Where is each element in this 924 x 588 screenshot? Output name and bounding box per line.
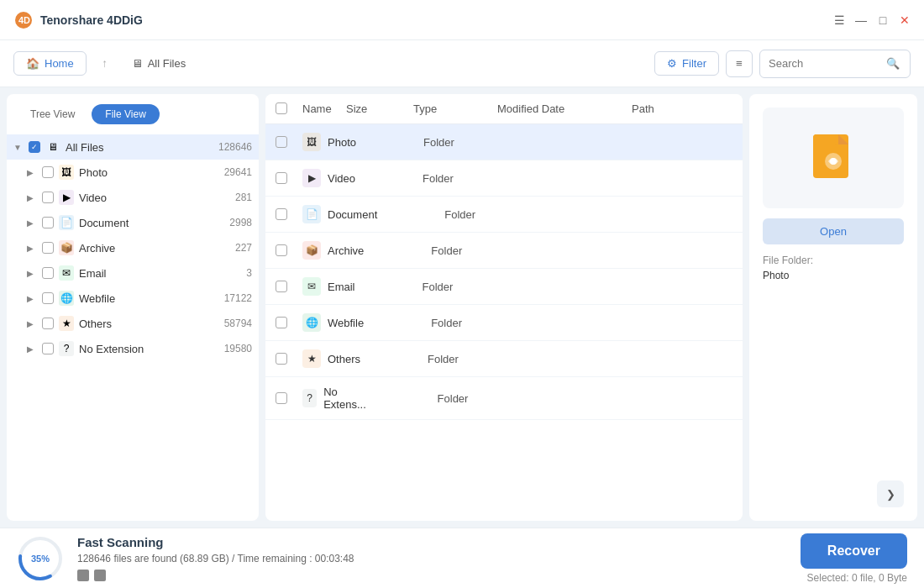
row-file-icon-7: ? — [302, 389, 317, 407]
row-checkbox-4[interactable] — [276, 281, 287, 292]
close-button[interactable]: ✕ — [899, 14, 911, 26]
item-checkbox-5[interactable] — [42, 292, 54, 304]
row-checkbox-2[interactable] — [276, 208, 287, 220]
sidebar-item-no-extension[interactable]: ▶ ? No Extension 19580 — [7, 336, 259, 361]
table-row[interactable]: 🖼 Photo Folder — [265, 124, 743, 160]
home-button[interactable]: 🏠 Home — [13, 51, 87, 76]
checkbox-header[interactable] — [276, 102, 302, 115]
item-checkbox-3[interactable] — [42, 242, 54, 254]
sidebar-item-email[interactable]: ▶ ✉ Email 3 — [7, 260, 259, 286]
item-count-6: 58794 — [224, 318, 252, 329]
file-name-3: 📦 Archive — [302, 241, 364, 260]
row-checkbox-3[interactable] — [276, 244, 287, 256]
maximize-button[interactable]: □ — [877, 14, 889, 26]
open-button[interactable]: Open — [763, 218, 904, 244]
progress-label: 35% — [31, 554, 50, 564]
sidebar-item-others[interactable]: ▶ ★ Others 58794 — [7, 311, 259, 336]
filter-button[interactable]: ⚙ Filter — [654, 51, 719, 76]
scan-stop-button[interactable] — [77, 570, 89, 581]
titlebar-controls: ☰ — □ ✕ — [833, 14, 911, 26]
item-icon-1: ▶ — [59, 190, 74, 205]
search-input[interactable] — [769, 57, 886, 70]
select-all-checkbox[interactable] — [276, 102, 287, 114]
name-column-header: Name — [302, 102, 346, 115]
preview-arrow: ❯ — [763, 480, 904, 507]
item-checkbox-7[interactable] — [42, 343, 54, 354]
scan-info: Fast Scanning 128646 files are found (68… — [77, 535, 787, 581]
chevron-right-icon: ▶ — [27, 168, 37, 177]
file-name-7: ? No Extens... — [302, 386, 370, 411]
file-name-4: ✉ Email — [302, 277, 355, 296]
item-checkbox-6[interactable] — [42, 318, 54, 329]
table-row[interactable]: ★ Others Folder — [265, 341, 743, 377]
table-row[interactable]: 🌐 Webfile Folder — [265, 305, 743, 341]
table-row[interactable]: ? No Extens... Folder — [265, 377, 743, 420]
item-label-7: No Extension — [79, 343, 219, 355]
item-checkbox-4[interactable] — [42, 267, 54, 279]
all-files-label: All Files — [148, 57, 186, 70]
item-label-6: Others — [79, 318, 219, 330]
item-count-2: 2998 — [229, 217, 252, 228]
sidebar-item-video[interactable]: ▶ ▶ Video 281 — [7, 185, 259, 210]
arrow-right-icon: ❯ — [886, 488, 895, 501]
chevron-right-icon: ▶ — [27, 344, 37, 354]
table-row[interactable]: 📦 Archive Folder — [265, 233, 743, 269]
file-view-button[interactable]: File View — [92, 104, 159, 124]
sidebar-item-archive[interactable]: ▶ 📦 Archive 227 — [7, 235, 259, 260]
preview-panel: Open File Folder: Photo ❯ — [749, 94, 917, 521]
row-file-icon-1: ▶ — [302, 169, 321, 187]
table-row[interactable]: 📄 Document Folder — [265, 197, 743, 233]
main-content: Tree View File View ▼ ✓ 🖥 All Files 1286… — [0, 87, 924, 528]
item-checkbox-2[interactable] — [42, 217, 54, 228]
row-checkbox-0[interactable] — [276, 136, 287, 148]
item-icon-5: 🌐 — [59, 291, 74, 306]
svg-point-5 — [830, 158, 837, 165]
row-checkbox-1[interactable] — [276, 172, 287, 184]
row-type-7: Folder — [438, 392, 522, 405]
path-column-header: Path — [632, 102, 732, 115]
up-button[interactable]: ↑ — [93, 52, 117, 76]
recover-button[interactable]: Recover — [801, 533, 907, 569]
app-logo-icon: 4D — [13, 10, 34, 30]
preview-next-button[interactable]: ❯ — [877, 480, 904, 507]
chevron-right-icon: ▶ — [27, 218, 37, 228]
titlebar: 4D Tenorshare 4DDiG ☰ — □ ✕ — [0, 0, 924, 40]
preview-file-icon — [806, 131, 860, 185]
row-type-5: Folder — [431, 317, 515, 329]
tree-view-button[interactable]: Tree View — [17, 104, 88, 124]
item-icon-4: ✉ — [59, 265, 74, 281]
sidebar-item-document[interactable]: ▶ 📄 Document 2998 — [7, 210, 259, 235]
item-label-2: Document — [79, 217, 224, 229]
list-view-button[interactable]: ≡ — [726, 50, 753, 77]
root-checkbox[interactable]: ✓ — [29, 141, 40, 153]
view-toggle: Tree View File View — [7, 104, 259, 134]
item-label-4: Email — [79, 267, 241, 280]
item-checkbox-0[interactable] — [42, 166, 54, 178]
sidebar: Tree View File View ▼ ✓ 🖥 All Files 1286… — [7, 94, 259, 521]
item-checkbox-1[interactable] — [42, 192, 54, 203]
size-column-header: Size — [346, 102, 413, 115]
scan-pause-button[interactable] — [94, 570, 106, 581]
scan-controls — [77, 570, 787, 581]
file-folder-label: File Folder: — [763, 255, 904, 266]
chevron-right-icon: ▶ — [27, 269, 37, 278]
filter-icon: ⚙ — [667, 57, 677, 70]
type-column-header: Type — [413, 102, 497, 115]
sidebar-root-item[interactable]: ▼ ✓ 🖥 All Files 128646 — [7, 134, 259, 160]
table-row[interactable]: ✉ Email Folder — [265, 269, 743, 305]
item-count-3: 227 — [235, 242, 252, 254]
row-checkbox-6[interactable] — [276, 353, 287, 365]
folder-icon: 🖥 — [132, 57, 143, 70]
sidebar-item-webfile[interactable]: ▶ 🌐 Webfile 17122 — [7, 286, 259, 311]
item-icon-0: 🖼 — [59, 165, 74, 180]
row-type-0: Folder — [423, 136, 507, 149]
minimize-button[interactable]: — — [855, 14, 867, 26]
sidebar-item-photo[interactable]: ▶ 🖼 Photo 29641 — [7, 160, 259, 185]
table-row[interactable]: ▶ Video Folder — [265, 160, 743, 197]
row-file-icon-0: 🖼 — [302, 133, 321, 151]
row-checkbox-5[interactable] — [276, 317, 287, 328]
row-checkbox-7[interactable] — [276, 392, 287, 404]
menu-icon[interactable]: ☰ — [833, 14, 845, 26]
row-type-1: Folder — [423, 172, 507, 185]
row-file-icon-3: 📦 — [302, 241, 321, 260]
